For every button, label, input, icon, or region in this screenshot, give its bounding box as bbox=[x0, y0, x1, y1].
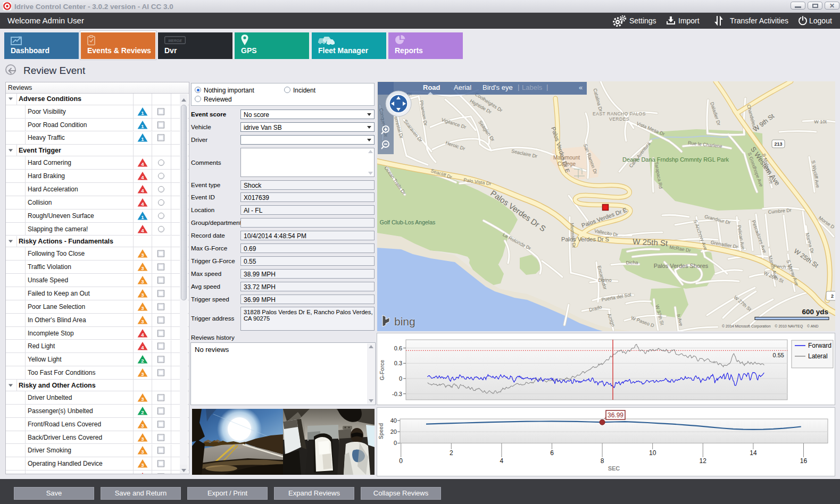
svg-text:14: 14 bbox=[750, 449, 757, 457]
svg-text:213: 213 bbox=[774, 141, 782, 147]
svg-text:20: 20 bbox=[390, 429, 397, 435]
svg-text:bing: bing bbox=[394, 315, 415, 327]
svg-text:6: 6 bbox=[550, 449, 554, 457]
svg-text:G-Force: G-Force bbox=[379, 359, 385, 380]
svg-text:600 yds: 600 yds bbox=[802, 308, 828, 316]
svg-text:VERDES: VERDES bbox=[609, 116, 629, 122]
svg-text:0: 0 bbox=[399, 457, 403, 465]
svg-text:Dicha: Dicha bbox=[626, 260, 638, 265]
svg-text:Palos Verdes Shores: Palos Verdes Shores bbox=[654, 263, 709, 269]
svg-text:0: 0 bbox=[399, 375, 402, 382]
svg-text:-0.3: -0.3 bbox=[392, 391, 402, 397]
svg-text:12: 12 bbox=[700, 457, 707, 465]
svg-text:1: 1 bbox=[141, 214, 144, 220]
svg-text:W 25th St: W 25th St bbox=[633, 237, 668, 247]
svg-text:1: 1 bbox=[141, 136, 144, 142]
svg-text:2: 2 bbox=[831, 293, 834, 299]
svg-text:Deane Dana Frndshp Cmmnty RGL: Deane Dana Frndshp Cmmnty RGL Park bbox=[622, 156, 729, 163]
svg-text:3: 3 bbox=[141, 305, 144, 310]
svg-text:3: 3 bbox=[141, 318, 144, 324]
svg-text:2: 2 bbox=[141, 409, 144, 415]
svg-text:4: 4 bbox=[141, 174, 144, 180]
svg-text:3: 3 bbox=[141, 462, 144, 468]
svg-text:Forward: Forward bbox=[808, 342, 831, 349]
svg-text:3: 3 bbox=[141, 371, 144, 377]
svg-text:4: 4 bbox=[141, 200, 144, 206]
svg-text:8: 8 bbox=[601, 457, 604, 465]
svg-text:EAST RANCHO PALOS: EAST RANCHO PALOS bbox=[593, 111, 646, 116]
svg-text:College: College bbox=[558, 161, 576, 167]
svg-text:MERGE: MERGE bbox=[168, 39, 182, 43]
svg-text:4: 4 bbox=[141, 227, 144, 233]
svg-text:36.99: 36.99 bbox=[608, 411, 623, 419]
svg-text:0.6: 0.6 bbox=[394, 345, 402, 351]
svg-text:Divino: Divino bbox=[598, 278, 611, 283]
svg-text:3: 3 bbox=[141, 291, 144, 297]
svg-text:2: 2 bbox=[141, 358, 144, 364]
svg-text:1: 1 bbox=[141, 110, 144, 115]
svg-text:3: 3 bbox=[141, 265, 144, 271]
svg-text:© 2014 Microsoft Corporation: © 2014 Microsoft Corporation © 2010 NAVT… bbox=[722, 324, 818, 329]
svg-text:3: 3 bbox=[141, 422, 144, 428]
svg-text:Palos Verdes Dr S: Palos Verdes Dr S bbox=[561, 236, 609, 242]
svg-text:Speed: Speed bbox=[378, 423, 384, 439]
svg-text:W 10t: W 10t bbox=[814, 119, 827, 124]
svg-text:Lateral: Lateral bbox=[808, 352, 828, 360]
svg-text:4: 4 bbox=[141, 331, 144, 337]
svg-text:3: 3 bbox=[141, 278, 144, 284]
svg-text:4: 4 bbox=[141, 161, 144, 167]
svg-text:3: 3 bbox=[141, 435, 144, 441]
svg-text:40: 40 bbox=[390, 417, 397, 424]
svg-text:1: 1 bbox=[141, 123, 144, 129]
svg-text:0: 0 bbox=[394, 440, 397, 446]
svg-text:0.55: 0.55 bbox=[773, 352, 784, 358]
svg-text:2: 2 bbox=[450, 449, 453, 457]
svg-text:4: 4 bbox=[500, 457, 504, 465]
svg-text:Golf Club-Los Angelas: Golf Club-Los Angelas bbox=[380, 219, 435, 225]
svg-text:Marymount: Marymount bbox=[553, 155, 580, 161]
svg-text:3: 3 bbox=[141, 396, 144, 401]
svg-text:16: 16 bbox=[800, 457, 808, 465]
svg-text:4: 4 bbox=[141, 345, 144, 350]
svg-text:3: 3 bbox=[141, 449, 144, 455]
svg-text:4: 4 bbox=[141, 187, 144, 193]
svg-text:SEC: SEC bbox=[608, 465, 620, 472]
svg-text:0.3: 0.3 bbox=[394, 360, 402, 366]
svg-text:10: 10 bbox=[649, 449, 656, 457]
svg-text:3: 3 bbox=[141, 252, 144, 258]
